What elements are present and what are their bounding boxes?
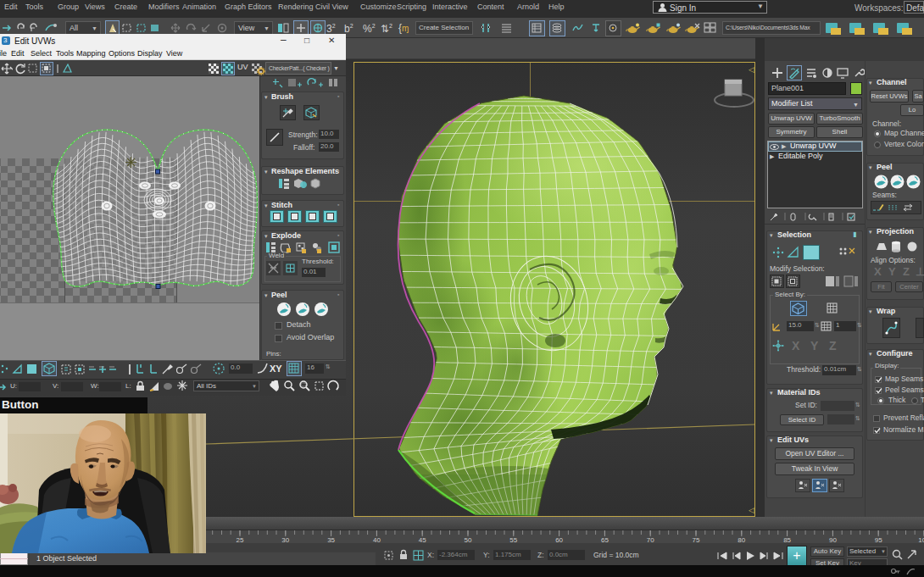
svg-text:55: 55 — [509, 536, 517, 544]
svg-text:90: 90 — [829, 536, 837, 544]
svg-text:70: 70 — [647, 536, 654, 544]
svg-text:95: 95 — [875, 536, 882, 544]
svg-text:30: 30 — [281, 536, 289, 544]
svg-text:45: 45 — [419, 536, 426, 544]
svg-text:50: 50 — [465, 536, 472, 544]
svg-text:85: 85 — [783, 536, 791, 544]
svg-text:75: 75 — [693, 536, 700, 544]
svg-text:25: 25 — [237, 536, 244, 544]
svg-text:65: 65 — [601, 536, 609, 544]
svg-text:35: 35 — [327, 536, 335, 544]
svg-text:100: 100 — [918, 536, 924, 544]
svg-text:80: 80 — [738, 536, 745, 544]
svg-text:60: 60 — [555, 536, 563, 544]
svg-text:40: 40 — [373, 536, 381, 544]
